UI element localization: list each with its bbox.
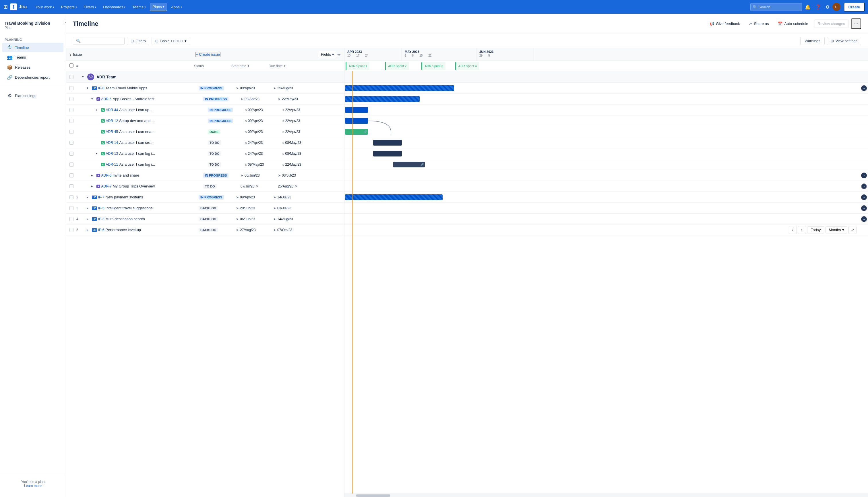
row-checkbox[interactable] <box>70 206 73 210</box>
sidebar-item-dependencies[interactable]: 🔗 Dependencies report <box>2 73 63 82</box>
expand-icon[interactable]: ▸ <box>91 173 95 177</box>
sidebar-item-teams[interactable]: 👥 Teams <box>2 53 63 62</box>
learn-more-link[interactable]: Learn more <box>24 484 42 488</box>
gantt-scrollbar[interactable] <box>345 494 868 497</box>
row-checkbox[interactable] <box>70 119 73 123</box>
clear-start-icon[interactable]: ✕ <box>256 184 259 188</box>
jira-logo[interactable]: Jira <box>10 3 27 10</box>
gantt-bar-ip7[interactable] <box>345 194 443 200</box>
row-checkbox[interactable] <box>70 130 73 134</box>
filters-button[interactable]: ⊟ Filters <box>127 37 149 45</box>
row-checkbox[interactable] <box>70 217 73 221</box>
expand-icon[interactable]: ▸ <box>91 184 95 188</box>
start-sort-icon[interactable]: ⬆ <box>247 64 249 68</box>
issue-id-link[interactable]: ADR-12 <box>106 119 118 123</box>
gantt-nav-ip3[interactable]: → <box>861 216 867 222</box>
auto-schedule-button[interactable]: 📅 Auto-schedule <box>775 20 811 28</box>
select-all-checkbox[interactable] <box>70 63 73 68</box>
fullscreen-button[interactable]: ⤢ <box>849 226 856 234</box>
basic-button[interactable]: ⊟ Basic EDITED ▾ <box>151 37 190 45</box>
issue-id-link[interactable]: ADR-44 <box>106 108 118 112</box>
sidebar-item-label: Dependencies report <box>15 75 50 80</box>
gantt-nav-adr6[interactable]: → <box>861 173 867 178</box>
issue-id-link[interactable]: ADR-14 <box>106 141 118 145</box>
row-checkbox[interactable] <box>70 141 73 145</box>
nav-apps[interactable]: Apps▾ <box>168 3 185 11</box>
nav-teams[interactable]: Teams▾ <box>129 3 148 11</box>
due-sort-icon[interactable]: ⬆ <box>284 64 286 68</box>
search-field[interactable] <box>82 39 117 43</box>
expand-icon[interactable]: ▸ <box>96 108 100 112</box>
issue-id-link[interactable]: ADR-45 <box>106 130 118 134</box>
gantt-months-button[interactable]: Months ▾ <box>825 226 847 233</box>
issue-id-link[interactable]: ADR-13 <box>106 152 118 156</box>
row-checkbox[interactable] <box>70 152 73 156</box>
help-icon[interactable]: ❓ <box>813 3 823 12</box>
share-as-button[interactable]: ↗ Share as <box>746 20 772 28</box>
row-checkbox[interactable] <box>70 75 73 79</box>
expand-collapse-icon[interactable]: ⇔ <box>337 52 341 57</box>
search-input[interactable] <box>750 3 802 11</box>
issue-id-link[interactable]: ADR-5 <box>101 97 112 101</box>
sidebar-item-releases[interactable]: 📦 Releases <box>2 62 63 72</box>
gantt-bar-adr44[interactable] <box>345 107 368 113</box>
more-options-button[interactable]: ··· <box>851 18 861 29</box>
view-settings-button[interactable]: ⊞ View settings <box>827 37 861 45</box>
group-expand-icon[interactable]: ▾ <box>82 75 86 79</box>
sidebar-item-timeline[interactable]: ⏱ Timeline <box>2 43 63 52</box>
expand-icon[interactable]: ▸ <box>87 228 91 232</box>
gantt-next-button[interactable]: › <box>798 226 806 234</box>
create-issue-button[interactable]: + Create issue <box>195 52 220 57</box>
row-checkbox[interactable] <box>70 195 73 199</box>
issue-id-link[interactable]: IP-5 <box>98 206 104 210</box>
issue-id-link[interactable]: ADR-11 <box>106 162 118 167</box>
gantt-nav-ip5[interactable]: → <box>861 205 867 211</box>
gantt-bar-ip8[interactable] <box>345 85 454 91</box>
gantt-bar-adr5[interactable] <box>345 96 420 102</box>
row-checkbox[interactable] <box>70 108 73 112</box>
row-checkbox[interactable] <box>70 228 73 232</box>
grid-icon[interactable]: ⊞ <box>3 4 8 10</box>
nav-dashboards[interactable]: Dashboards▾ <box>100 3 128 11</box>
expand-icon[interactable]: ▸ <box>87 195 91 199</box>
gantt-scrollbar-thumb[interactable] <box>356 494 390 497</box>
expand-icon[interactable]: ▸ <box>87 217 91 221</box>
gantt-bar-adr11[interactable]: 🔗 <box>393 162 425 167</box>
row-checkbox[interactable] <box>70 173 73 178</box>
issue-id-link[interactable]: IP-3 <box>98 217 104 221</box>
create-button[interactable]: Create <box>844 3 865 12</box>
notifications-icon[interactable]: 🔔 <box>803 3 812 12</box>
gantt-bar-adr12[interactable] <box>345 118 368 124</box>
nav-projects[interactable]: Projects▾ <box>58 3 80 11</box>
expand-icon[interactable]: ▾ <box>87 86 91 90</box>
issue-id-link[interactable]: IP-7 <box>98 195 104 199</box>
row-checkbox[interactable] <box>70 86 73 90</box>
nav-filters[interactable]: Filters▾ <box>81 3 99 11</box>
issue-id-link[interactable]: ADR-7 <box>101 184 112 188</box>
give-feedback-button[interactable]: 📢 Give feedback <box>706 20 743 28</box>
warnings-button[interactable]: Warnings <box>800 37 824 45</box>
gantt-bar-adr45[interactable]: 🔗 <box>345 129 368 134</box>
row-checkbox[interactable] <box>70 184 73 188</box>
expand-icon[interactable]: ▸ <box>96 152 100 155</box>
row-checkbox[interactable] <box>70 97 73 101</box>
issue-id-link[interactable]: ADR-6 <box>101 173 112 178</box>
gantt-prev-button[interactable]: ‹ <box>789 226 797 234</box>
sidebar-item-plan-settings[interactable]: ⚙ Plan settings <box>2 91 63 100</box>
nav-your-work[interactable]: Your work▾ <box>32 3 57 11</box>
gantt-bar-adr13[interactable] <box>373 151 402 156</box>
settings-icon[interactable]: ⚙ <box>824 3 831 12</box>
expand-icon[interactable]: ▸ <box>87 206 91 210</box>
expand-icon[interactable]: ▾ <box>91 97 95 101</box>
clear-due-icon[interactable]: ✕ <box>295 184 298 188</box>
fields-button[interactable]: Fields ▾ <box>318 51 337 58</box>
issue-id-link[interactable]: IP-8 <box>98 86 104 90</box>
search-box[interactable]: 🔍 <box>73 37 125 45</box>
row-checkbox[interactable] <box>70 162 73 167</box>
nav-plans[interactable]: Plans▾ <box>150 3 167 11</box>
gantt-bar-adr14[interactable] <box>373 140 402 145</box>
issue-id-link[interactable]: IP-6 <box>98 228 104 232</box>
user-avatar[interactable]: U <box>833 3 840 11</box>
gantt-today-button[interactable]: Today <box>807 226 825 233</box>
gantt-nav-adr7[interactable]: → <box>861 183 867 189</box>
